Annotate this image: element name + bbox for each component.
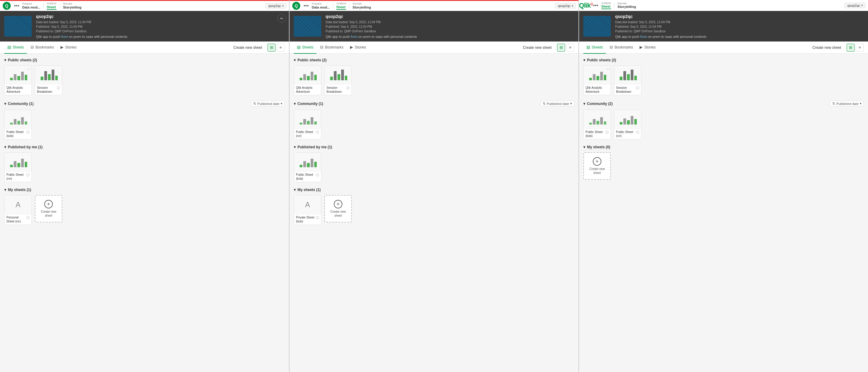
section-title-text: Community (1) xyxy=(298,102,323,106)
section-title[interactable]: ▾My sheets (1) xyxy=(4,188,31,192)
topbar-section-0[interactable]: AnalyzeSheet xyxy=(601,2,611,9)
tab-bookmarks[interactable]: ⊟Bookmarks xyxy=(317,41,346,54)
grid-view-button[interactable]: ⊞ xyxy=(268,44,276,52)
grid-view-button[interactable]: ⊞ xyxy=(847,44,855,52)
create-sheet-card[interactable]: + Create newsheet xyxy=(35,195,62,223)
topbar-section-1[interactable]: NarrateStorytelling xyxy=(618,2,636,9)
section-label: Prepare xyxy=(22,2,40,5)
app-badge[interactable]: qsop2qc▾ xyxy=(266,3,286,8)
badge-label: qsop2qc xyxy=(847,4,860,7)
section-header: ▾Community (1)⇅Published date▾ xyxy=(294,101,574,106)
sheet-card[interactable]: Public Sheet (rvr)ⓘ xyxy=(294,109,321,139)
section-title[interactable]: ▾Community (1) xyxy=(4,102,34,106)
sheet-name: Qlik Analytic Adventure xyxy=(6,86,30,94)
grid-view-button[interactable]: ⊞ xyxy=(557,44,565,52)
tab-sheets[interactable]: ▤Sheets xyxy=(294,41,316,54)
tab-label: Stories xyxy=(65,45,76,49)
topbar-section-0[interactable]: PrepareData mod... xyxy=(22,2,40,9)
section-value: Sheet xyxy=(336,5,346,10)
tab-bookmarks[interactable]: ⊟Bookmarks xyxy=(28,41,57,54)
topbar-section-0[interactable]: PrepareData mod... xyxy=(312,2,330,9)
topbar-section-1[interactable]: AnalyzeSheet xyxy=(47,2,57,10)
create-new-sheet-button[interactable]: Create new sheet xyxy=(810,44,843,51)
svg-rect-63 xyxy=(634,119,637,125)
more-options-btn[interactable]: ••• xyxy=(13,2,21,9)
section-title[interactable]: ▾Published by me (1) xyxy=(294,145,332,149)
sheet-info-btn[interactable]: ⓘ xyxy=(57,86,60,90)
tab-stories[interactable]: ▶Stories xyxy=(347,41,369,54)
tab-bookmarks[interactable]: ⊟Bookmarks xyxy=(607,41,636,54)
logo[interactable]: Q xyxy=(292,2,301,10)
app-badge[interactable]: qsop2qc▾ xyxy=(555,3,576,8)
section-header: ▾My sheets (1) xyxy=(4,188,285,192)
topbar-section-1[interactable]: AnalyzeSheet xyxy=(336,2,346,10)
sheet-info-btn[interactable]: ⓘ xyxy=(346,86,350,90)
more-options-btn[interactable]: ••• xyxy=(302,2,310,9)
logo[interactable]: Q xyxy=(2,2,11,10)
section-sort-btn[interactable]: ⇅Published date▾ xyxy=(830,101,864,106)
section-title[interactable]: ▾Public sheets (2) xyxy=(583,58,616,62)
sheet-card[interactable]: APrivate Sheet (bob)ⓘ xyxy=(294,195,321,225)
sheet-info-btn[interactable]: ⓘ xyxy=(636,86,639,90)
sheet-card[interactable]: Public Sheet (bob)ⓘ xyxy=(4,109,32,139)
topbar-section-2[interactable]: NarrateStorytelling xyxy=(63,2,82,9)
section-title[interactable]: ▾Public sheets (2) xyxy=(4,58,37,62)
section-title[interactable]: ▾Community (2) xyxy=(583,102,613,106)
sheet-info-btn[interactable]: ⓘ xyxy=(605,130,609,135)
sheet-info-btn[interactable]: ⓘ xyxy=(26,173,30,177)
view-toggle: ⊞≡ xyxy=(557,44,574,52)
sheet-card[interactable]: Public Sheet (rvr)ⓘ xyxy=(4,152,32,182)
create-new-sheet-button[interactable]: Create new sheet xyxy=(521,44,554,51)
section-header: ▾Published by me (1) xyxy=(294,145,574,149)
sheet-info-btn[interactable]: ⓘ xyxy=(636,130,639,135)
tab-sheets[interactable]: ▤Sheets xyxy=(583,41,606,54)
sheet-info-btn[interactable]: ⓘ xyxy=(26,215,30,220)
sheet-card[interactable]: ···Qlik Analytic Adventure xyxy=(4,65,32,95)
sheet-card[interactable]: Session Breakdownⓘ xyxy=(35,65,62,95)
logo[interactable]: QlikQ xyxy=(582,1,590,10)
topbar-section-2[interactable]: NarrateStorytelling xyxy=(352,2,371,9)
from-link[interactable]: from xyxy=(351,35,358,38)
sheet-info-btn[interactable]: ⓘ xyxy=(316,173,319,177)
section-title[interactable]: ▾My sheets (0) xyxy=(583,145,610,149)
sheet-info-btn[interactable]: ⓘ xyxy=(26,130,30,135)
sheet-card[interactable]: Public Sheet (bob)ⓘ xyxy=(294,152,321,182)
sheet-info-btn[interactable]: ⓘ xyxy=(316,130,319,135)
list-view-button[interactable]: ≡ xyxy=(566,44,574,52)
tab-sheets[interactable]: ▤Sheets xyxy=(4,41,27,54)
edit-icon: ✏ xyxy=(280,16,283,21)
list-view-button[interactable]: ≡ xyxy=(277,44,285,52)
from-link[interactable]: from xyxy=(61,35,68,38)
sheet-card[interactable]: Qlik Analytic Adventure xyxy=(294,65,321,95)
section-title[interactable]: ▾Public sheets (2) xyxy=(294,58,327,62)
more-options-btn[interactable]: ••• xyxy=(592,2,599,9)
app-meta: Data last loaded: Sep 5, 2023, 11:04 PMP… xyxy=(326,20,574,34)
sheet-thumbnail: A xyxy=(294,195,321,214)
sheet-card[interactable]: Session Breakdownⓘ xyxy=(614,65,641,95)
sheet-ellipsis-btn[interactable]: ··· xyxy=(27,67,31,71)
sheet-card[interactable]: ···Qlik Analytic Adventure xyxy=(583,65,611,95)
tab-stories[interactable]: ▶Stories xyxy=(637,41,658,54)
from-link[interactable]: from xyxy=(641,35,647,38)
sheet-ellipsis-btn[interactable]: ··· xyxy=(606,67,610,71)
tab-stories[interactable]: ▶Stories xyxy=(57,41,80,54)
sheet-card[interactable]: Public Sheet (bob)ⓘ xyxy=(583,109,611,139)
section-title-text: My sheets (0) xyxy=(587,145,610,149)
section-title[interactable]: ▾Published by me (1) xyxy=(4,145,42,149)
create-sheet-card[interactable]: + Create newsheet xyxy=(324,195,352,223)
create-new-sheet-button[interactable]: Create new sheet xyxy=(231,44,265,51)
section-sort-btn[interactable]: ⇅Published date▾ xyxy=(540,101,574,106)
edit-button[interactable]: ✏ xyxy=(277,14,286,23)
section-title[interactable]: ▾Community (1) xyxy=(294,102,323,106)
badge-chevron: ▾ xyxy=(861,4,863,7)
sheet-info-btn[interactable]: ⓘ xyxy=(316,215,319,220)
sheet-card[interactable]: Session Breakdownⓘ xyxy=(324,65,352,95)
create-sheet-label: Create newsheet xyxy=(41,210,56,217)
section-title[interactable]: ▾My sheets (1) xyxy=(294,188,321,192)
app-badge[interactable]: qsop2qc▾ xyxy=(844,3,866,8)
sheet-card[interactable]: Public Sheet (rvr)ⓘ xyxy=(614,109,641,139)
sheet-card[interactable]: APersonal Sheet (rvr)ⓘ xyxy=(4,195,32,225)
list-view-button[interactable]: ≡ xyxy=(856,44,864,52)
section-sort-btn[interactable]: ⇅Published date▾ xyxy=(251,101,285,106)
create-sheet-card[interactable]: + Create newsheet xyxy=(583,152,611,180)
